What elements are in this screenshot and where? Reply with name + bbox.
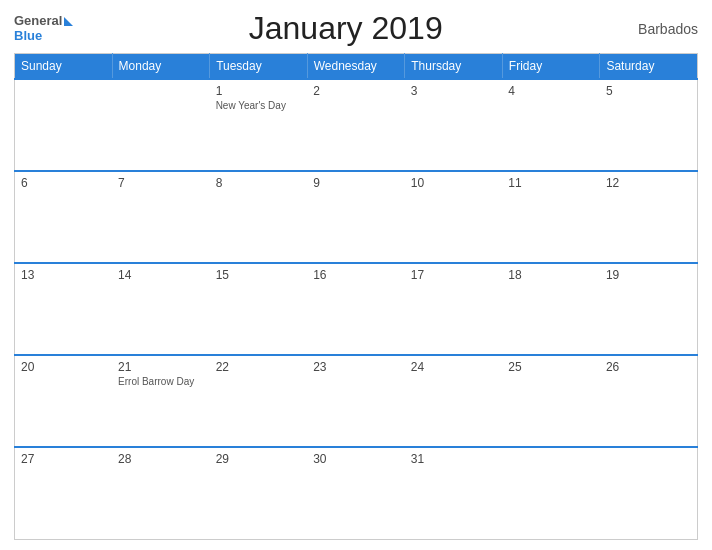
day-number: 16 (313, 268, 399, 282)
calendar-cell: 14 (112, 263, 210, 355)
calendar-cell: 28 (112, 447, 210, 539)
calendar-cell: 2 (307, 79, 405, 171)
calendar-cell: 10 (405, 171, 503, 263)
week-row-3: 13141516171819 (15, 263, 698, 355)
weekday-header-wednesday: Wednesday (307, 54, 405, 80)
day-number: 1 (216, 84, 302, 98)
calendar-cell: 11 (502, 171, 600, 263)
calendar-cell: 22 (210, 355, 308, 447)
logo-blue: Blue (14, 29, 73, 43)
week-row-1: 1New Year's Day2345 (15, 79, 698, 171)
logo-triangle-icon (64, 17, 73, 26)
logo-general: General (14, 14, 62, 28)
day-number: 29 (216, 452, 302, 466)
calendar-cell: 24 (405, 355, 503, 447)
day-number: 12 (606, 176, 691, 190)
calendar-cell: 19 (600, 263, 698, 355)
day-number: 2 (313, 84, 399, 98)
calendar-cell: 1New Year's Day (210, 79, 308, 171)
calendar-cell: 16 (307, 263, 405, 355)
calendar-cell: 12 (600, 171, 698, 263)
day-number: 28 (118, 452, 204, 466)
calendar-cell: 6 (15, 171, 113, 263)
day-number: 15 (216, 268, 302, 282)
calendar-cell: 3 (405, 79, 503, 171)
day-number: 23 (313, 360, 399, 374)
weekday-header-monday: Monday (112, 54, 210, 80)
weekday-header-row: SundayMondayTuesdayWednesdayThursdayFrid… (15, 54, 698, 80)
calendar-cell: 26 (600, 355, 698, 447)
calendar-cell: 18 (502, 263, 600, 355)
weekday-header-thursday: Thursday (405, 54, 503, 80)
calendar-cell: 30 (307, 447, 405, 539)
calendar-cell: 29 (210, 447, 308, 539)
calendar-cell: 5 (600, 79, 698, 171)
header: General Blue January 2019 Barbados (14, 10, 698, 47)
calendar-cell: 8 (210, 171, 308, 263)
day-number: 13 (21, 268, 106, 282)
day-number: 24 (411, 360, 497, 374)
calendar-cell: 31 (405, 447, 503, 539)
calendar-cell: 27 (15, 447, 113, 539)
day-number: 10 (411, 176, 497, 190)
day-number: 5 (606, 84, 691, 98)
calendar-table: SundayMondayTuesdayWednesdayThursdayFrid… (14, 53, 698, 540)
day-number: 22 (216, 360, 302, 374)
week-row-5: 2728293031 (15, 447, 698, 539)
weekday-header-friday: Friday (502, 54, 600, 80)
country-label: Barbados (618, 21, 698, 37)
logo-container: General Blue (14, 14, 73, 43)
calendar-title: January 2019 (73, 10, 618, 47)
weekday-header-saturday: Saturday (600, 54, 698, 80)
day-number: 25 (508, 360, 594, 374)
calendar-cell: 17 (405, 263, 503, 355)
weekday-header-sunday: Sunday (15, 54, 113, 80)
day-number: 8 (216, 176, 302, 190)
day-number: 26 (606, 360, 691, 374)
calendar-cell: 4 (502, 79, 600, 171)
calendar-cell: 25 (502, 355, 600, 447)
calendar-cell: 15 (210, 263, 308, 355)
logo: General Blue (14, 14, 73, 43)
calendar-cell: 9 (307, 171, 405, 263)
calendar-cell (502, 447, 600, 539)
holiday-label: New Year's Day (216, 100, 302, 111)
calendar-cell: 21Errol Barrow Day (112, 355, 210, 447)
calendar-page: General Blue January 2019 Barbados Sunda… (0, 0, 712, 550)
day-number: 4 (508, 84, 594, 98)
day-number: 18 (508, 268, 594, 282)
day-number: 17 (411, 268, 497, 282)
week-row-2: 6789101112 (15, 171, 698, 263)
day-number: 9 (313, 176, 399, 190)
weekday-header-tuesday: Tuesday (210, 54, 308, 80)
day-number: 21 (118, 360, 204, 374)
day-number: 7 (118, 176, 204, 190)
day-number: 14 (118, 268, 204, 282)
calendar-cell: 23 (307, 355, 405, 447)
holiday-label: Errol Barrow Day (118, 376, 204, 387)
calendar-cell (112, 79, 210, 171)
calendar-cell: 13 (15, 263, 113, 355)
calendar-cell: 20 (15, 355, 113, 447)
week-row-4: 2021Errol Barrow Day2223242526 (15, 355, 698, 447)
day-number: 11 (508, 176, 594, 190)
calendar-cell (15, 79, 113, 171)
day-number: 30 (313, 452, 399, 466)
day-number: 6 (21, 176, 106, 190)
day-number: 31 (411, 452, 497, 466)
day-number: 27 (21, 452, 106, 466)
day-number: 3 (411, 84, 497, 98)
calendar-cell (600, 447, 698, 539)
calendar-cell: 7 (112, 171, 210, 263)
day-number: 20 (21, 360, 106, 374)
day-number: 19 (606, 268, 691, 282)
